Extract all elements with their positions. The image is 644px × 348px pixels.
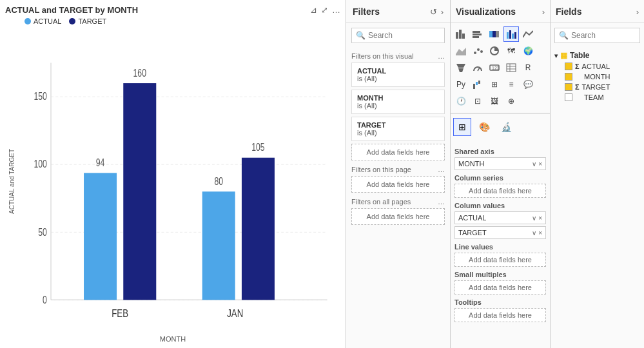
viz-card[interactable]: 123 <box>487 60 502 75</box>
x-axis-label: MONTH <box>5 335 340 343</box>
filter-actual-name: ACTUAL <box>357 67 439 75</box>
chart-panel: ACTUAL and TARGET by MONTH ⊿ ⤢ … ACTUAL … <box>0 0 346 348</box>
chart-title: ACTUAL and TARGET by MONTH <box>5 5 138 15</box>
viz-pie[interactable] <box>487 43 502 59</box>
viz-scatter[interactable] <box>470 43 485 59</box>
col-actual-icons: ∨ × <box>532 215 542 222</box>
feb-actual-bar[interactable] <box>84 173 117 300</box>
add-fields-page[interactable]: Add data fields here <box>351 176 445 193</box>
filter-icon[interactable]: ⊿ <box>310 5 317 15</box>
field-month-checkbox[interactable] <box>565 73 572 81</box>
remove-shared-axis-icon[interactable]: × <box>538 160 542 168</box>
viz-clock[interactable]: 🕐 <box>453 93 469 109</box>
fields-expand-icon[interactable]: › <box>636 7 639 17</box>
legend-actual-dot <box>24 18 31 24</box>
filters-on-visual-header: Filters on this visual … <box>351 52 445 60</box>
add-small-multiples[interactable]: Add data fields here <box>454 280 546 295</box>
field-item-actual[interactable]: Σ ACTUAL <box>554 61 640 72</box>
viz-slicer[interactable]: ≡ <box>503 77 519 92</box>
jan-actual-bar[interactable] <box>202 191 235 300</box>
jan-target-bar[interactable] <box>242 158 275 300</box>
svg-text:JAN: JAN <box>227 307 243 319</box>
shared-axis-tag-icons: ∨ × <box>532 160 542 168</box>
filters-search-box[interactable]: 🔍 <box>351 28 445 43</box>
field-actual-checkbox[interactable] <box>565 63 572 70</box>
viz-grouped-bar[interactable] <box>503 26 519 42</box>
refresh-icon[interactable]: ↺ <box>430 7 437 17</box>
viz-stacked-bar[interactable] <box>453 26 469 42</box>
table-name: Table <box>570 51 589 60</box>
field-actual-label: ACTUAL <box>582 63 610 70</box>
viz-format-analytics[interactable]: 🔬 <box>497 118 515 136</box>
legend-actual: ACTUAL <box>24 17 61 25</box>
viz-area-chart[interactable] <box>453 43 469 59</box>
viz-waterfall[interactable] <box>470 77 485 92</box>
viz-add-custom[interactable]: ⊕ <box>503 93 519 109</box>
filters-on-visual-more[interactable]: … <box>438 52 445 60</box>
viz-filled-map[interactable]: 🌍 <box>520 43 536 59</box>
expand-filters-icon[interactable]: › <box>441 7 444 17</box>
svg-text:100: 100 <box>34 159 47 170</box>
shared-axis-field[interactable]: MONTH ∨ × <box>454 157 546 170</box>
field-actual-sigma: Σ <box>575 63 580 70</box>
viz-format-fields[interactable]: ⊞ <box>453 118 471 136</box>
viz-custom1[interactable]: 🖼 <box>487 93 502 109</box>
add-column-series[interactable]: Add data fields here <box>454 184 546 198</box>
viz-format-paint[interactable]: 🎨 <box>475 118 493 136</box>
filter-card-actual[interactable]: ACTUAL is (All) <box>351 63 445 87</box>
svg-marker-33 <box>456 64 465 68</box>
more-icon[interactable]: … <box>332 5 340 15</box>
field-target-checkbox[interactable] <box>565 83 572 91</box>
viz-more2[interactable]: ⊞ <box>487 77 502 92</box>
filters-on-all-more[interactable]: … <box>438 198 445 206</box>
viz-python[interactable]: Py <box>453 77 469 92</box>
column-values-label: Column values <box>454 202 546 209</box>
svg-rect-21 <box>473 31 480 33</box>
fields-search-input[interactable] <box>571 31 644 40</box>
viz-bar-chart[interactable] <box>470 26 485 42</box>
viz-gauge[interactable] <box>470 60 485 75</box>
viz-map[interactable]: 🗺 <box>503 43 519 59</box>
add-fields-visual[interactable]: Add data fields here <box>351 144 445 160</box>
field-item-month[interactable]: MONTH <box>554 72 640 82</box>
remove-actual-icon[interactable]: × <box>538 215 542 222</box>
filters-on-page-more[interactable]: … <box>438 166 445 173</box>
expand-icon[interactable]: ⤢ <box>321 5 328 15</box>
filter-month-value: is (All) <box>357 102 439 110</box>
viz-expand-icon[interactable]: › <box>542 7 545 17</box>
viz-line-chart[interactable] <box>520 26 536 42</box>
viz-table[interactable] <box>503 60 519 75</box>
add-fields-all[interactable]: Add data fields here <box>351 208 445 225</box>
viz-matrix[interactable]: R <box>520 60 536 75</box>
chevron-down-actual-icon[interactable]: ∨ <box>532 215 536 222</box>
filter-card-target[interactable]: TARGET is (All) <box>351 117 445 141</box>
field-item-target[interactable]: Σ TARGET <box>554 82 640 92</box>
svg-text:150: 150 <box>34 91 47 102</box>
add-tooltips[interactable]: Add data fields here <box>454 308 546 322</box>
fields-title: Fields <box>556 6 581 17</box>
remove-target-icon[interactable]: × <box>538 229 542 237</box>
add-line-values[interactable]: Add data fields here <box>454 253 546 267</box>
svg-text:160: 160 <box>133 67 147 79</box>
feb-target-bar[interactable] <box>123 83 156 300</box>
svg-text:50: 50 <box>38 226 47 238</box>
viz-100-bar[interactable] <box>487 26 502 42</box>
fields-search-box[interactable]: 🔍 <box>554 28 640 43</box>
viz-chat[interactable]: 💬 <box>520 77 536 92</box>
svg-rect-22 <box>489 31 493 37</box>
field-group-table-header[interactable]: ▾ ▦ Table <box>554 50 640 61</box>
table-icon: ▦ <box>560 51 567 60</box>
column-value-actual[interactable]: ACTUAL ∨ × <box>454 211 546 224</box>
svg-rect-44 <box>478 81 480 84</box>
chevron-down-icon[interactable]: ∨ <box>532 160 536 168</box>
legend-actual-label: ACTUAL <box>34 17 61 25</box>
column-value-target[interactable]: TARGET ∨ × <box>454 226 546 239</box>
filter-card-month[interactable]: MONTH is (All) <box>351 90 445 114</box>
field-item-team[interactable]: TEAM <box>554 92 640 102</box>
chevron-down-target-icon[interactable]: ∨ <box>532 229 536 237</box>
field-team-checkbox[interactable] <box>565 93 572 101</box>
viz-funnel[interactable] <box>453 60 469 75</box>
small-multiples-label: Small multiples <box>454 271 546 278</box>
viz-qr[interactable]: ⊡ <box>470 93 485 109</box>
filters-icons: ↺ › <box>430 7 444 17</box>
